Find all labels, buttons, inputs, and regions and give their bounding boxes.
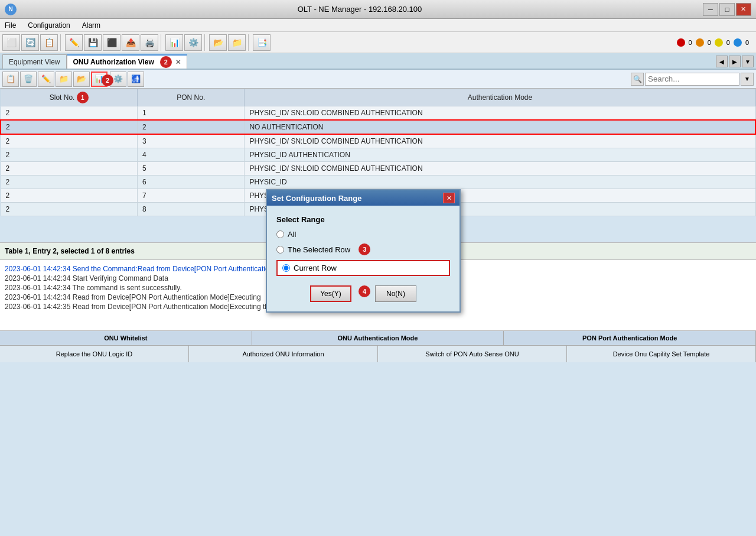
radio-option-all: All: [276, 230, 450, 239]
dialog-overlay: Set Configuration Range ✕ Select Range A…: [0, 0, 756, 536]
radio-all[interactable]: [276, 230, 284, 238]
radio-all-label: All: [288, 230, 296, 239]
radio-selected-row-label: The Selected Row: [288, 245, 350, 254]
dialog-body: Select Range All The Selected Row 3 Curr…: [267, 206, 460, 311]
dialog-badge-4: 4: [359, 285, 370, 297]
dialog-title-bar: Set Configuration Range ✕: [267, 190, 460, 206]
dialog-section-title: Select Range: [276, 215, 450, 224]
dialog-badge-3: 3: [359, 243, 370, 255]
dialog-title: Set Configuration Range: [272, 194, 361, 203]
radio-option-current-row: Current Row: [276, 260, 450, 276]
radio-option-selected-row: The Selected Row 3: [276, 243, 450, 255]
dialog-close-button[interactable]: ✕: [443, 193, 455, 203]
dialog-no-button[interactable]: No(N): [375, 285, 416, 302]
radio-selected-row[interactable]: [276, 246, 284, 254]
dialog-buttons: Yes(Y) 4 No(N): [276, 285, 450, 302]
set-configuration-range-dialog: Set Configuration Range ✕ Select Range A…: [266, 189, 461, 313]
dialog-yes-button[interactable]: Yes(Y): [310, 285, 351, 302]
radio-current-row[interactable]: [282, 264, 290, 272]
radio-current-row-label: Current Row: [294, 264, 337, 272]
